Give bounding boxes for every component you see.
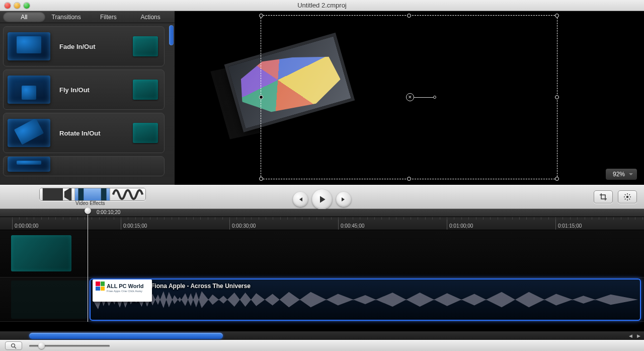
canvas-zoom-dropdown[interactable]: 92%	[606, 169, 637, 180]
scrollbar-thumb[interactable]	[29, 333, 223, 339]
video-track[interactable]	[0, 230, 644, 277]
rotation-handle[interactable]: ✕	[406, 93, 436, 101]
ruler-tick: 0:01:15;00	[555, 217, 582, 230]
toolbar: Video Effects	[0, 185, 644, 209]
ruler-tick: 0:01:00;00	[447, 217, 473, 230]
effect-item-fade[interactable]: Fade In/Out	[3, 26, 165, 66]
mode-media-button[interactable]	[40, 188, 75, 200]
effect-preview-chip	[133, 123, 158, 143]
effect-item-slide[interactable]: Slide In/Out	[3, 156, 165, 176]
effects-panel: All Transitions Filters Actions Fade In/…	[0, 11, 175, 185]
playback-controls	[293, 189, 351, 209]
svg-point-3	[626, 196, 628, 198]
effect-label: Fade In/Out	[59, 43, 124, 50]
effect-item-fly[interactable]: Fly In/Out	[3, 69, 165, 110]
settings-button[interactable]	[618, 190, 637, 203]
svg-rect-2	[101, 188, 106, 201]
mode-video-effects-button[interactable]	[75, 188, 110, 200]
effects-list: Fade In/Out Fly In/Out Rotate In/Out Sli…	[0, 23, 175, 185]
bottom-bar	[0, 340, 644, 351]
effects-tab-actions[interactable]: Actions	[129, 12, 172, 22]
next-frame-button[interactable]	[336, 192, 351, 207]
effects-scrollbar[interactable]	[169, 25, 174, 45]
timeline-tracks[interactable]: Fiona Apple - Across The Universe ALL PC…	[0, 230, 644, 331]
effects-tab-transitions[interactable]: Transitions	[45, 12, 88, 22]
timeline-scrollbar[interactable]: ◀ ▶	[0, 331, 644, 340]
play-button[interactable]	[312, 189, 332, 209]
crop-button[interactable]	[594, 190, 613, 203]
mode-audio-effects-button[interactable]	[110, 188, 145, 200]
effect-label: Fly In/Out	[59, 86, 124, 94]
timeline-header[interactable]: 0:00:10;20	[0, 209, 644, 217]
svg-point-4	[12, 343, 15, 347]
effects-tabs: All Transitions Filters Actions	[0, 11, 175, 23]
effect-thumb-icon	[8, 32, 50, 60]
svg-rect-1	[79, 188, 84, 201]
ruler-tick: 0:00:00;00	[12, 217, 38, 230]
ruler-tick: 0:00:45;00	[338, 217, 364, 230]
effects-tab-all[interactable]: All	[3, 12, 45, 22]
effect-item-rotate[interactable]: Rotate In/Out	[3, 113, 165, 153]
effects-tab-filters[interactable]: Filters	[88, 12, 130, 22]
timeline: 0:00:10;20 0:00:00;000:00:15;000:00:30;0…	[0, 209, 644, 340]
timeline-ruler[interactable]: 0:00:00;000:00:15;000:00:30;000:00:45;00…	[0, 217, 644, 230]
effect-preview-chip	[133, 80, 158, 100]
playhead-timecode: 0:00:10;20	[97, 209, 120, 215]
prev-frame-button[interactable]	[293, 192, 308, 207]
toolbar-mode-caption: Video Effects	[75, 200, 105, 206]
audio-clip-label: Fiona Apple - Across The Universe	[151, 283, 251, 290]
toolbar-mode-segment	[39, 188, 146, 201]
watermark-overlay: ALL PC World Free Apps One Click Away	[93, 279, 152, 302]
effect-thumb-icon	[8, 119, 50, 147]
timeline-zoom-slider[interactable]	[29, 345, 110, 347]
effect-label: Rotate In/Out	[59, 129, 124, 137]
effect-thumb-icon	[8, 157, 50, 172]
audio-clip-left[interactable]	[11, 280, 87, 319]
scroll-right-icon[interactable]: ▶	[635, 332, 642, 339]
slider-knob[interactable]	[38, 342, 45, 349]
timeline-zoom-button[interactable]	[5, 341, 22, 350]
audio-clip[interactable]: Fiona Apple - Across The Universe	[90, 278, 641, 321]
scroll-left-icon[interactable]: ◀	[627, 332, 634, 339]
preview-canvas[interactable]: ✕ 92%	[175, 11, 644, 185]
playhead[interactable]	[88, 209, 88, 322]
effect-preview-chip	[133, 36, 158, 56]
titlebar: Untitled 2.cmproj	[0, 0, 644, 11]
effect-thumb-icon	[8, 76, 50, 104]
window-title: Untitled 2.cmproj	[0, 2, 644, 9]
video-clip[interactable]	[11, 235, 71, 271]
ruler-tick: 0:00:15;00	[121, 217, 147, 230]
ruler-tick: 0:00:30;00	[229, 217, 256, 230]
